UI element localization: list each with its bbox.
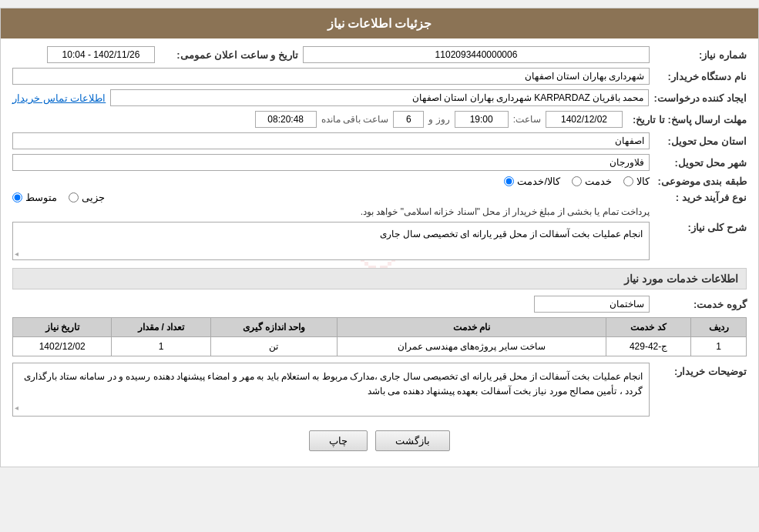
buyer-org-input <box>12 68 650 85</box>
process-radio-group: متوسط جزیی <box>12 192 650 203</box>
page-header: جزئیات اطلاعات نیاز <box>1 8 758 38</box>
process-type-row: نوع فرآیند خرید : متوسط جزیی پرداخت تمام… <box>12 192 747 217</box>
remaining-label: ساعت باقی مانده <box>321 114 389 125</box>
requester-contact-link[interactable]: اطلاعات تماس خریدار <box>12 92 106 104</box>
category-radio-1[interactable] <box>623 176 633 186</box>
process-note: پرداخت تمام یا بخشی از مبلغ خریدار از مح… <box>12 206 650 217</box>
requester-input <box>110 89 649 106</box>
cell-row-num: 1 <box>691 337 747 356</box>
city-label: شهر محل تحویل: <box>654 157 747 169</box>
need-number-label: شماره نیاز: <box>654 49 747 61</box>
table-header-row: ردیف کد خدمت نام خدمت واحد اندازه گیری ت… <box>13 318 747 337</box>
print-button[interactable]: چاپ <box>309 430 368 451</box>
need-number-row: شماره نیاز: تاریخ و ساعت اعلان عمومی: <box>12 46 747 63</box>
services-section-header: اطلاعات خدمات مورد نیاز <box>12 268 747 289</box>
main-container: جزئیات اطلاعات نیاز 🛡 شماره نیاز: تاریخ … <box>0 8 759 467</box>
time-label: ساعت: <box>513 114 541 125</box>
col-service-name: نام خدمت <box>338 318 606 337</box>
deadline-time-input <box>455 111 509 128</box>
process-option-minor-label: جزیی <box>82 192 105 203</box>
requester-row: ایجاد کننده درخواست: اطلاعات تماس خریدار <box>12 89 747 106</box>
service-group-input <box>534 296 650 313</box>
deadline-date-input <box>546 111 623 128</box>
buyer-notes-row: توضیحات خریدار: انجام عملیات بخت آسفالت … <box>12 363 747 417</box>
deadline-remaining-input <box>255 111 317 128</box>
city-row: شهر محل تحویل: <box>12 154 747 171</box>
category-option-1[interactable]: کالا <box>623 176 650 187</box>
back-button[interactable]: بازگشت <box>375 430 450 451</box>
buyer-org-row: نام دستگاه خریدار: <box>12 68 747 85</box>
need-description-box: انجام عملیات بخت آسفالت از محل قیر یاران… <box>12 222 650 260</box>
category-radio-2[interactable] <box>572 176 582 186</box>
buyer-notes-label: توضیحات خریدار: <box>654 363 747 377</box>
table-row: 1 ج-42-429 ساخت سایر پروژه‌های مهندسی عم… <box>13 337 747 356</box>
category-option-2[interactable]: خدمت <box>572 176 612 187</box>
col-service-code: کد خدمت <box>606 318 691 337</box>
col-unit: واحد اندازه گیری <box>210 318 337 337</box>
category-label: طبقه بندی موضوعی: <box>654 176 747 187</box>
need-number-input <box>303 46 650 63</box>
cell-date: 1402/12/02 <box>13 337 112 356</box>
city-input <box>12 154 650 171</box>
buyer-org-label: نام دستگاه خریدار: <box>654 71 747 82</box>
category-row: طبقه بندی موضوعی: کالا/خدمت خدمت کالا <box>12 176 747 187</box>
province-input <box>12 132 650 149</box>
buyer-notes-text: انجام عملیات بخت آسفالت از محل قیر یاران… <box>24 371 643 396</box>
deadline-days-input <box>393 111 424 128</box>
days-label: روز و <box>428 114 449 125</box>
process-option-medium[interactable]: متوسط <box>12 192 57 203</box>
process-radio-minor[interactable] <box>69 192 79 202</box>
announce-input <box>47 46 155 63</box>
category-option-3-label: کالا/خدمت <box>517 176 560 187</box>
services-table: ردیف کد خدمت نام خدمت واحد اندازه گیری ت… <box>12 317 747 356</box>
col-row-num: ردیف <box>691 318 747 337</box>
province-label: استان محل تحویل: <box>654 136 747 147</box>
need-description-row: شرح کلی نیاز: انجام عملیات بخت آسفالت از… <box>12 222 747 260</box>
province-row: استان محل تحویل: <box>12 132 747 149</box>
process-option-medium-label: متوسط <box>25 192 57 203</box>
category-option-3[interactable]: کالا/خدمت <box>504 176 560 187</box>
need-description-label: شرح کلی نیاز: <box>654 222 747 233</box>
service-group-label: گروه خدمت: <box>654 299 747 310</box>
cell-quantity: 1 <box>112 337 210 356</box>
col-date: تاریخ نیاز <box>13 318 112 337</box>
requester-label: ایجاد کننده درخواست: <box>653 92 747 104</box>
announce-label: تاریخ و ساعت اعلان عمومی: <box>160 49 298 61</box>
deadline-label: مهلت ارسال پاسخ: تا تاریخ: <box>627 114 747 125</box>
buyer-notes-box: انجام عملیات بخت آسفالت از محل قیر یاران… <box>12 363 650 417</box>
cell-service-name: ساخت سایر پروژه‌های مهندسی عمران <box>338 337 606 356</box>
process-option-minor[interactable]: جزیی <box>69 192 105 203</box>
category-option-1-label: کالا <box>636 176 650 187</box>
category-radio-3[interactable] <box>504 176 514 186</box>
page-title: جزئیات اطلاعات نیاز <box>327 17 432 30</box>
buttons-row: بازگشت چاپ <box>12 423 747 459</box>
deadline-row: مهلت ارسال پاسخ: تا تاریخ: ساعت: روز و س… <box>12 111 747 128</box>
process-label: نوع فرآیند خرید : <box>654 192 747 203</box>
service-group-row: گروه خدمت: <box>12 296 747 313</box>
category-radio-group: کالا/خدمت خدمت کالا <box>504 176 650 187</box>
cell-service-code: ج-42-429 <box>606 337 691 356</box>
need-description-text: انجام عملیات بخت آسفالت از محل قیر یاران… <box>380 229 643 239</box>
process-radio-medium[interactable] <box>12 192 22 202</box>
cell-unit: تن <box>210 337 337 356</box>
col-quantity: تعداد / مقدار <box>112 318 210 337</box>
category-option-2-label: خدمت <box>585 176 612 187</box>
